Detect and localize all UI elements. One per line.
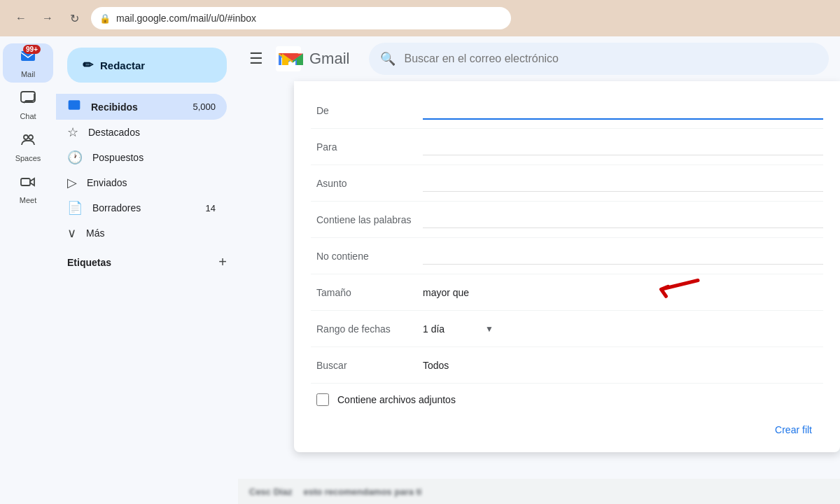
input-contains[interactable]	[423, 211, 823, 228]
form-row-contains: Contiene las palabras	[311, 202, 823, 238]
bottom-bar: Cesc Díaz esto recomendamos para ti	[238, 479, 840, 504]
compose-icon: ✏	[83, 57, 93, 73]
svg-point-2	[24, 135, 28, 139]
attachments-checkbox[interactable]	[316, 393, 329, 406]
lock-icon: 🔒	[99, 13, 111, 24]
rail-item-meet[interactable]: Meet	[3, 169, 53, 209]
app-header: ☰	[238, 36, 840, 81]
input-notcontains[interactable]	[423, 247, 823, 265]
input-asunto[interactable]	[423, 174, 823, 192]
label-daterange: Rango de fechas	[311, 323, 423, 335]
form-row-para: Para	[311, 129, 823, 165]
gmail-text: Gmail	[309, 50, 349, 68]
meet-icon	[20, 174, 36, 194]
form-row-daterange: Rango de fechas 1 día 3 días 1 semana 2 …	[311, 311, 823, 347]
icon-rail: 99+ Mail Chat Spaces	[0, 36, 56, 504]
form-row-size: Tamaño mayor que menor que	[311, 274, 823, 311]
rail-item-mail[interactable]: 99+ Mail	[3, 43, 53, 83]
rail-item-chat[interactable]: Chat	[3, 85, 53, 125]
back-button[interactable]: ←	[11, 8, 31, 28]
more-icon: ∨	[67, 225, 76, 241]
bottom-item-1: Cesc Díaz	[249, 486, 292, 497]
inbox-label: Recibidos	[91, 102, 138, 113]
sidebar-item-snoozed[interactable]: 🕐 Pospuestos	[56, 145, 227, 170]
form-row-notcontains: No contiene	[311, 238, 823, 274]
attachments-label: Contiene archivos adjuntos	[337, 394, 456, 405]
form-row-asunto: Asunto	[311, 165, 823, 202]
sidebar-item-starred[interactable]: ☆ Destacados	[56, 120, 227, 145]
daterange-select[interactable]: 1 día 3 días 1 semana 2 semanas 1 mes 6 …	[423, 323, 485, 335]
daterange-select-wrapper: 1 día 3 días 1 semana 2 semanas 1 mes 6 …	[423, 323, 823, 335]
app-container: 99+ Mail Chat Spaces	[0, 36, 840, 504]
labels-title: Etiquetas	[67, 257, 111, 268]
search-icon: 🔍	[380, 51, 396, 66]
rail-label-meet: Meet	[20, 196, 36, 204]
label-de: De	[311, 105, 423, 116]
url-text: mail.google.com/mail/u/0/#inbox	[116, 13, 256, 24]
search-bar[interactable]: 🔍	[369, 43, 829, 75]
input-de[interactable]	[423, 102, 823, 120]
svg-rect-4	[21, 178, 30, 186]
drafts-label: Borradores	[92, 202, 141, 214]
main-content: ☰	[238, 36, 840, 504]
input-para[interactable]	[423, 138, 823, 155]
starred-icon: ☆	[67, 125, 78, 140]
bottom-item-2: esto recomendamos para ti	[303, 486, 421, 497]
reload-button[interactable]: ↻	[64, 8, 84, 28]
search-dropdown: De Para Asunto Contiene las palabras	[294, 81, 840, 452]
drafts-count: 14	[206, 203, 216, 214]
rail-item-spaces[interactable]: Spaces	[3, 127, 53, 167]
sent-label: Enviados	[87, 177, 127, 188]
label-para: Para	[311, 141, 423, 153]
sidebar-item-inbox[interactable]: Recibidos 5,000	[56, 94, 227, 120]
spaces-icon	[20, 132, 36, 152]
inbox-icon	[67, 98, 81, 115]
snoozed-label: Pospuestos	[92, 152, 144, 163]
form-row-de: De	[311, 92, 823, 129]
labels-section: Etiquetas +	[56, 246, 238, 274]
rail-label-mail: Mail	[21, 70, 35, 78]
sidebar-item-more[interactable]: ∨ Más	[56, 220, 227, 246]
sidebar: ✏ Redactar Recibidos 5,000 ☆ Destacados …	[56, 36, 238, 504]
sent-icon: ▷	[67, 175, 77, 190]
more-label: Más	[86, 227, 104, 239]
address-bar[interactable]: 🔒 mail.google.com/mail/u/0/#inbox	[91, 7, 511, 29]
labels-add-button[interactable]: +	[218, 254, 227, 270]
forward-button[interactable]: →	[38, 8, 57, 28]
chat-icon	[20, 90, 36, 110]
sidebar-item-drafts[interactable]: 📄 Borradores 14	[56, 195, 227, 220]
drafts-icon: 📄	[67, 200, 83, 216]
label-asunto: Asunto	[311, 178, 423, 189]
mail-badge: 99+	[23, 45, 41, 54]
crear-filtro-row: Crear filt	[311, 416, 823, 441]
browser-chrome: ← → ↻ 🔒 mail.google.com/mail/u/0/#inbox	[0, 0, 840, 36]
rail-label-spaces: Spaces	[15, 154, 41, 162]
compose-label: Redactar	[100, 59, 145, 71]
inbox-count: 5,000	[192, 102, 216, 112]
gmail-logo: Gmail	[276, 46, 349, 71]
mail-icon: 99+	[20, 48, 36, 68]
sidebar-item-sent[interactable]: ▷ Enviados	[56, 170, 227, 195]
starred-label: Destacados	[88, 127, 140, 138]
form-row-search: Buscar Todos	[311, 347, 823, 384]
gmail-m-icon	[280, 46, 305, 71]
label-size: Tamaño	[311, 287, 423, 298]
daterange-arrow-icon: ▼	[485, 324, 493, 334]
compose-button[interactable]: ✏ Redactar	[67, 48, 227, 83]
crear-filtro-button[interactable]: Crear filt	[769, 421, 818, 438]
label-search: Buscar	[311, 360, 423, 371]
checkbox-row-attachments: Contiene archivos adjuntos	[311, 384, 823, 416]
search-scope-value: Todos	[423, 360, 449, 371]
size-select[interactable]: mayor que menor que	[423, 287, 484, 298]
rail-label-chat: Chat	[20, 112, 36, 120]
search-input[interactable]	[404, 52, 818, 65]
svg-rect-5	[69, 100, 80, 109]
search-form: De Para Asunto Contiene las palabras	[294, 92, 840, 441]
label-notcontains: No contiene	[311, 251, 423, 262]
size-select-wrapper: mayor que menor que	[423, 287, 823, 298]
snoozed-icon: 🕐	[67, 150, 83, 165]
hamburger-button[interactable]: ☰	[249, 50, 263, 68]
svg-point-3	[29, 135, 33, 139]
label-contains: Contiene las palabras	[311, 214, 423, 225]
